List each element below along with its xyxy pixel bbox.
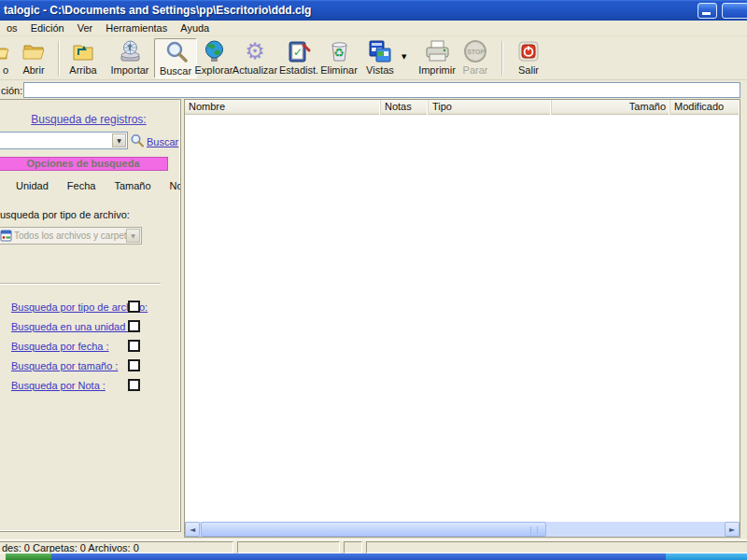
- filter-row-fecha: Busqueda por fecha :: [11, 341, 170, 355]
- list-body[interactable]: [185, 115, 740, 522]
- globe-icon: [202, 38, 226, 64]
- search-sidebar: Busqueda de registros: ▼ Buscar Opciones…: [0, 99, 181, 532]
- svg-text:✓: ✓: [293, 46, 303, 59]
- toolbar-button-abrir[interactable]: Abrir: [13, 38, 54, 78]
- filetype-label: usqueda por tipo de archivo:: [0, 209, 130, 220]
- menu-herramientas[interactable]: Herramientas: [99, 21, 174, 35]
- search-icon: [163, 39, 188, 65]
- new-catalog-icon: [0, 38, 10, 64]
- chevron-down-icon: ▼: [126, 229, 140, 243]
- scroll-left-icon[interactable]: ◄: [185, 522, 200, 537]
- checkbox-busqueda-tamano[interactable]: [128, 359, 140, 371]
- file-list: Nombre Notas Tipo Tamaño Modificado ◄ ►: [184, 99, 740, 538]
- menu-edicion[interactable]: Edición: [24, 21, 71, 35]
- sidebar-divider: [0, 283, 161, 285]
- toolbar-button-vistas[interactable]: Vistas: [360, 38, 400, 78]
- filter-row-tamano: Busqueda por tamaño :: [11, 360, 170, 374]
- maximize-button[interactable]: [722, 3, 747, 19]
- tab-fecha[interactable]: Fecha: [59, 178, 105, 193]
- checkbox-busqueda-tipo[interactable]: [128, 301, 140, 313]
- address-input[interactable]: [23, 82, 740, 98]
- link-busqueda-nota[interactable]: Busqueda por Nota :: [11, 380, 106, 391]
- filetype-combobox: Todos los archivos y carpetas ▼: [0, 227, 142, 245]
- filter-row-unidad: Busqueda en una unidad :: [11, 321, 170, 335]
- horizontal-scrollbar[interactable]: ◄ ►: [185, 522, 740, 537]
- filter-row-nota: Busqueda por Nota :: [11, 380, 170, 394]
- search-records-link[interactable]: Busqueda de registros:: [0, 113, 177, 126]
- main-content: Busqueda de registros: ▼ Buscar Opciones…: [0, 99, 747, 539]
- recycle-bin-icon: ♻: [327, 38, 351, 64]
- filetype-combobox-value: Todos los archivos y carpetas: [12, 231, 136, 241]
- import-drive-icon: [118, 38, 142, 64]
- printer-icon: [424, 38, 450, 64]
- window-title: talogic - C:\Documents and Settings\pp\E…: [0, 4, 311, 17]
- toolbar-button-estadisticas[interactable]: ✓ Estadist.: [277, 38, 320, 78]
- filter-row-tipo: Busqueda por tipo de archivo:: [11, 301, 170, 315]
- column-header-tipo[interactable]: Tipo: [429, 100, 552, 115]
- status-panel: [237, 541, 340, 553]
- toolbar-button-importar[interactable]: Importar: [106, 38, 154, 78]
- tab-tamano[interactable]: Tamaño: [106, 178, 159, 193]
- chevron-down-icon[interactable]: ▼: [112, 133, 126, 147]
- folder-up-icon: [71, 38, 95, 64]
- checkbox-busqueda-unidad[interactable]: [128, 320, 140, 332]
- toolbar-button-parar: STOP Parar: [456, 38, 495, 78]
- status-panel: [344, 541, 362, 553]
- menu-bar: os Edición Ver Herramientas Ayuda: [0, 21, 747, 36]
- taskbar-tray-edge: [666, 553, 747, 560]
- column-header-tamano[interactable]: Tamaño: [552, 100, 670, 115]
- vistas-dropdown-icon[interactable]: ▼: [402, 53, 406, 61]
- buscar-link[interactable]: Buscar: [147, 136, 178, 147]
- start-button-edge[interactable]: [6, 553, 51, 560]
- minimize-button[interactable]: [698, 3, 717, 19]
- tab-notas[interactable]: Notas: [162, 178, 181, 193]
- status-panel: [366, 541, 747, 553]
- menu-archivos[interactable]: os: [0, 21, 24, 35]
- svg-text:♻: ♻: [333, 46, 345, 60]
- scroll-right-icon[interactable]: ►: [725, 522, 740, 537]
- toolbar: o Abrir Arriba Importar Buscar: [0, 36, 747, 80]
- search-small-icon: [130, 133, 145, 148]
- status-bar: des: 0 Carpetas: 0 Archivos: 0: [0, 539, 747, 553]
- taskbar-blue-edge: [51, 553, 666, 560]
- link-busqueda-unidad[interactable]: Busqueda en una unidad :: [11, 321, 131, 332]
- checkbox-busqueda-fecha[interactable]: [128, 340, 140, 352]
- options-header: Opciones de busqueda: [0, 157, 168, 171]
- column-header-notas[interactable]: Notas: [381, 100, 429, 115]
- stats-clipboard-icon: ✓: [287, 38, 311, 64]
- taskbar-edge: [0, 553, 747, 560]
- menu-ver[interactable]: Ver: [71, 21, 100, 35]
- tab-unidad[interactable]: Unidad: [7, 178, 57, 193]
- link-busqueda-fecha[interactable]: Busqueda por fecha :: [11, 341, 109, 352]
- list-header: Nombre Notas Tipo Tamaño Modificado: [185, 100, 740, 115]
- status-counts: des: 0 Carpetas: 0 Archivos: 0: [0, 541, 233, 553]
- open-folder-icon: [21, 38, 46, 64]
- application-window: talogic - C:\Documents and Settings\pp\E…: [0, 0, 747, 560]
- address-bar: ción:: [0, 81, 747, 99]
- search-combobox[interactable]: ▼: [0, 132, 128, 149]
- checkbox-busqueda-nota[interactable]: [128, 379, 140, 391]
- address-label: ción:: [0, 85, 23, 96]
- views-icon: [368, 38, 392, 64]
- title-bar[interactable]: talogic - C:\Documents and Settings\pp\E…: [0, 0, 747, 21]
- svg-text:STOP: STOP: [467, 49, 485, 55]
- menu-ayuda[interactable]: Ayuda: [174, 21, 216, 35]
- exit-power-icon: [516, 38, 541, 64]
- toolbar-separator: [58, 41, 60, 76]
- link-busqueda-tamano[interactable]: Busqueda por tamaño :: [11, 360, 118, 371]
- stop-icon: STOP: [463, 38, 487, 64]
- toolbar-button-salir[interactable]: Salir: [508, 38, 549, 78]
- scrollbar-thumb[interactable]: [201, 522, 546, 537]
- gear-icon: ⚙: [245, 38, 265, 64]
- toolbar-button-arriba[interactable]: Arriba: [62, 38, 105, 78]
- toolbar-button-eliminar[interactable]: ♻ Eliminar: [317, 38, 360, 78]
- filetype-icon: [0, 230, 12, 242]
- toolbar-separator: [501, 41, 503, 76]
- column-header-modificado[interactable]: Modificado: [670, 100, 740, 115]
- toolbar-button-actualizar[interactable]: ⚙ Actualizar: [230, 38, 280, 78]
- column-header-nombre[interactable]: Nombre: [185, 100, 381, 115]
- search-tabs: Unidad Fecha Tamaño Notas: [0, 176, 177, 195]
